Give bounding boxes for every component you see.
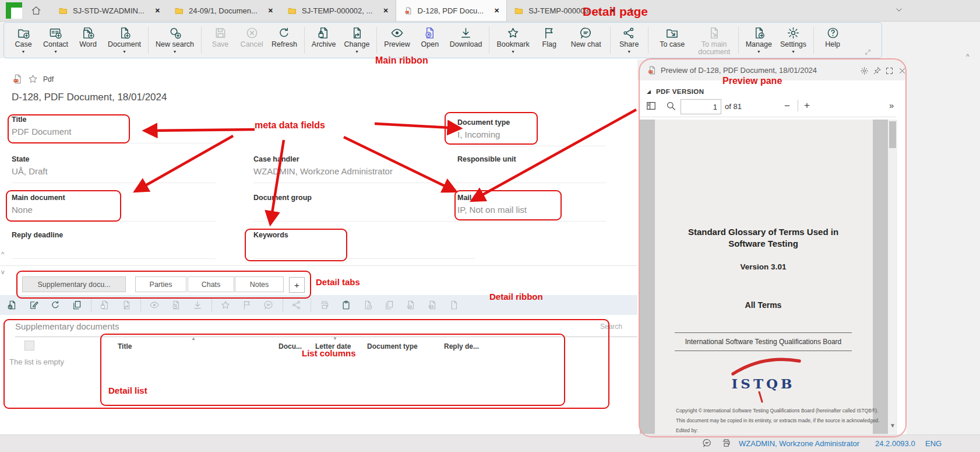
field-value: UÅ, Draft <box>12 166 216 178</box>
home-icon[interactable] <box>30 5 42 16</box>
favorite-star-icon[interactable] <box>27 73 38 85</box>
column-header-letter-date[interactable]: Letter date <box>315 342 351 351</box>
field-mail-list[interactable]: Mail listIP, Not on mail list <box>457 194 606 222</box>
archive-icon <box>317 26 330 40</box>
svg-text:UA: UA <box>430 306 433 308</box>
chevron-down-icon: ▾ <box>124 50 126 54</box>
field-document-group[interactable]: Document group <box>253 194 475 222</box>
field-document-type[interactable]: Document typeI, Incoming <box>457 118 606 146</box>
status-user[interactable]: WZADMIN, Workzone Administrator <box>739 439 859 448</box>
pdf-scrollbar-thumb[interactable] <box>889 121 896 148</box>
list-search-label[interactable]: Search <box>600 323 622 331</box>
close-icon[interactable]: ✕ <box>610 7 615 15</box>
select-all-checkbox[interactable] <box>24 341 34 351</box>
column-header-document-type[interactable]: Document type <box>367 342 418 351</box>
collapse-triangle-icon[interactable]: ◢ <box>647 89 651 94</box>
contact-button[interactable]: Contact▾ <box>39 26 72 54</box>
new-tab-button[interactable]: + <box>628 5 634 16</box>
close-icon[interactable]: ✕ <box>155 7 160 15</box>
pdf-version-section-label[interactable]: PDF VERSION <box>656 88 704 95</box>
ribbon-button-label: Download <box>450 41 482 48</box>
field-main-document[interactable]: Main documentNone <box>12 194 216 222</box>
copy-icon <box>384 300 394 310</box>
ribbon-button-label: Contact <box>43 41 68 48</box>
restore-document-icon[interactable] <box>7 300 17 310</box>
copy-icon[interactable] <box>72 300 82 310</box>
close-icon[interactable] <box>898 66 907 75</box>
page-number-input[interactable] <box>681 99 721 114</box>
ribbon-button-label: To main document <box>697 41 731 56</box>
printer-icon[interactable] <box>721 438 731 448</box>
scroll-down-arrow[interactable]: ▼ <box>890 422 896 429</box>
flag-button[interactable]: Flag <box>534 26 565 54</box>
tab-item[interactable]: 24-09/1, Documen...✕ <box>167 0 280 21</box>
toolbar-more-button[interactable]: » <box>889 100 894 110</box>
scroll-up-chevron[interactable]: ^ <box>966 52 970 61</box>
clipboard-icon[interactable] <box>341 300 351 310</box>
field-responsible-unit[interactable]: Responsible unit <box>457 155 606 183</box>
tab-item[interactable]: SJ-STD-WZADMIN...✕ <box>51 0 167 21</box>
pin-icon[interactable] <box>873 66 882 75</box>
edit-icon[interactable] <box>29 300 39 310</box>
download-button[interactable]: Download <box>446 26 487 54</box>
detail-tab-notes[interactable]: Notes <box>235 276 284 292</box>
zoom-out-button[interactable]: − <box>784 100 790 112</box>
expand-icon[interactable] <box>885 66 894 75</box>
gear-icon[interactable] <box>860 66 869 75</box>
column-header-title[interactable]: Title <box>118 342 132 351</box>
refresh-icon[interactable] <box>50 300 61 310</box>
tab-item[interactable]: SJ-TEMP-000002, ...✕ <box>280 0 396 21</box>
detail-tab-chats[interactable]: Chats <box>188 276 234 292</box>
close-icon[interactable]: ✕ <box>383 7 388 15</box>
word-button[interactable]: Word <box>72 26 104 54</box>
status-language[interactable]: ENG <box>925 439 942 448</box>
expand-chevron-down[interactable]: v <box>1 268 5 275</box>
sidebar-toggle-icon[interactable] <box>646 100 657 111</box>
column-header-reply-de-[interactable]: Reply de... <box>444 342 479 351</box>
change-button[interactable]: Change▾ <box>340 26 374 54</box>
document-button[interactable]: Document▾ <box>104 26 145 54</box>
divider <box>140 299 141 311</box>
case-button[interactable]: Case▾ <box>8 26 39 54</box>
tab-item[interactable]: SJ-TEMP-000003, ...✕ <box>507 0 622 21</box>
field-case-handler[interactable]: Case handlerWZADMIN, Workzone Administra… <box>253 155 475 183</box>
new-chat-button[interactable]: New chat <box>565 26 607 54</box>
preview-button[interactable]: Preview <box>380 26 414 54</box>
settings-button[interactable]: Settings▾ <box>776 26 810 54</box>
column-header-docu-[interactable]: Docu... <box>279 342 302 351</box>
share-button[interactable]: Share▾ <box>614 26 645 54</box>
zoom-in-button[interactable]: + <box>804 100 810 111</box>
refresh-button[interactable]: Refresh <box>267 26 301 54</box>
add-detail-tab-button[interactable]: + <box>289 277 305 293</box>
divider <box>148 27 149 54</box>
tab-active[interactable]: D-128, PDF Docu...✕ <box>396 0 507 21</box>
collapse-chevron-up[interactable]: ^ <box>1 251 4 258</box>
close-icon[interactable]: ✕ <box>494 7 499 15</box>
new-search-button[interactable]: New search▾ <box>151 26 198 54</box>
field-state[interactable]: StateUÅ, Draft <box>12 155 216 183</box>
archive-button[interactable]: Archive <box>308 26 340 54</box>
field-keywords[interactable]: Keywords <box>253 231 475 259</box>
document-plain-icon <box>449 300 459 310</box>
field-title[interactable]: TitlePDF Document <box>12 115 216 143</box>
detail-tab-supplementary-docu-[interactable]: Supplementary docu... <box>22 276 126 292</box>
help-button[interactable]: Help <box>817 26 848 54</box>
sort-ascending-icon[interactable]: ▲ <box>191 336 196 341</box>
chat-icon[interactable] <box>702 438 712 448</box>
bookmark-button[interactable]: Bookmark▾ <box>492 26 533 54</box>
manage-button[interactable]: Manage▾ <box>742 26 776 54</box>
chevron-down-icon[interactable] <box>895 6 903 14</box>
ribbon-button-label: Bookmark <box>496 41 529 48</box>
pdf-scrollbar[interactable] <box>888 120 897 434</box>
field-reply-deadline[interactable]: Reply deadline <box>12 231 216 259</box>
filter-icon[interactable]: ▼ <box>333 336 337 341</box>
open-button[interactable]: Open <box>414 26 446 54</box>
detail-tab-parties[interactable]: Parties <box>135 276 186 292</box>
ribbon-expand-icon[interactable] <box>865 49 871 55</box>
field-value <box>253 242 475 254</box>
close-icon[interactable]: ✕ <box>268 7 273 15</box>
open-icon <box>171 300 181 310</box>
to-case-button[interactable]: To case <box>651 26 693 54</box>
search-icon[interactable] <box>665 100 676 111</box>
chevron-down-icon: ▾ <box>55 50 57 54</box>
